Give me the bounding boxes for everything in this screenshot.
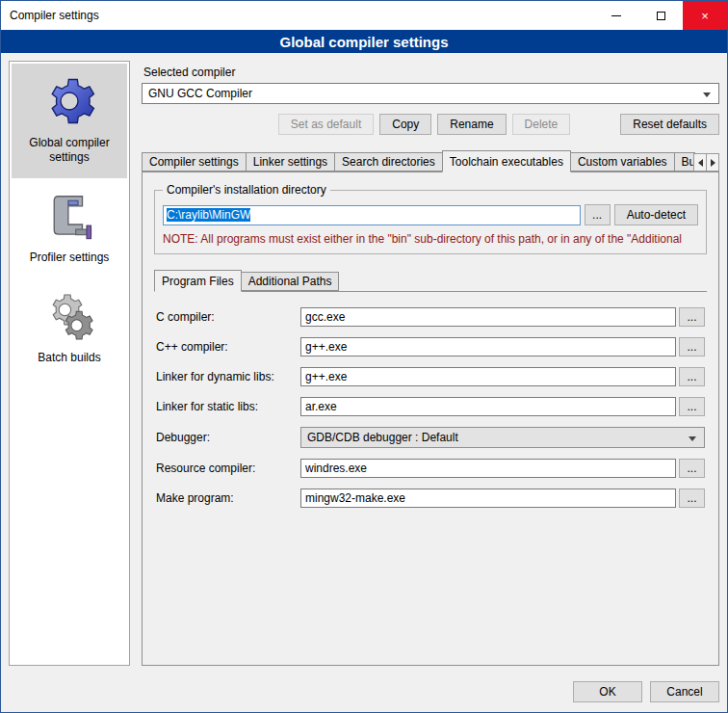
installation-directory-group: Compiler's installation directory C:\ray… [154, 190, 707, 254]
tab-search-directories[interactable]: Search directories [334, 152, 443, 172]
program-files-tabbar: Program Files Additional Paths [154, 270, 707, 291]
c-compiler-label: C compiler: [156, 310, 300, 324]
dynamic-linker-browse-button[interactable]: ... [679, 367, 705, 386]
tab-linker-settings[interactable]: Linker settings [246, 152, 335, 172]
tab-additional-paths[interactable]: Additional Paths [241, 272, 340, 291]
installation-directory-input[interactable]: C:\raylib\MinGW [163, 205, 581, 225]
settings-tabbar: Compiler settings Linker settings Search… [142, 150, 719, 172]
static-linker-label: Linker for static libs: [156, 400, 300, 413]
sidebar-item-batch-builds[interactable]: Batch builds [12, 278, 127, 379]
c-compiler-row: C compiler: ... [156, 307, 705, 327]
dynamic-linker-label: Linker for dynamic libs: [156, 370, 300, 383]
scroll-right-icon [711, 159, 715, 167]
blue-gear-icon [43, 75, 95, 127]
auto-detect-button[interactable]: Auto-detect [614, 204, 698, 225]
bin-subdirectory-note: NOTE: All programs must exist either in … [163, 232, 698, 246]
resource-compiler-browse-button[interactable]: ... [679, 459, 705, 478]
reset-defaults-button[interactable]: Reset defaults [620, 114, 719, 135]
compiler-actions: Set as default Copy Rename Delete Reset … [142, 114, 719, 135]
resource-compiler-input[interactable] [300, 459, 676, 478]
tab-scroll-buttons [694, 153, 719, 172]
tab-custom-variables[interactable]: Custom variables [570, 152, 675, 172]
installation-directory-group-title: Compiler's installation directory [163, 183, 330, 197]
debugger-label: Debugger: [156, 431, 300, 444]
maximize-button[interactable] [638, 1, 683, 30]
delete-button: Delete [512, 114, 571, 135]
copy-button[interactable]: Copy [379, 114, 431, 135]
cpp-compiler-row: C++ compiler: ... [156, 337, 705, 356]
ok-button[interactable]: OK [573, 681, 642, 702]
maximize-icon [657, 12, 665, 20]
resource-compiler-label: Resource compiler: [156, 462, 300, 475]
main-panel: Selected compiler GNU GCC Compiler Set a… [142, 61, 719, 666]
static-linker-input[interactable] [300, 397, 676, 416]
make-program-row: Make program: ... [156, 489, 705, 508]
debugger-select[interactable]: GDB/CDB debugger : Default [300, 427, 705, 448]
debugger-row: Debugger: GDB/CDB debugger : Default [156, 427, 705, 448]
sidebar-item-profiler-settings[interactable]: Profiler settings [12, 178, 127, 278]
make-program-input[interactable] [300, 489, 676, 508]
rename-button[interactable]: Rename [437, 114, 506, 135]
minimize-icon [611, 15, 621, 16]
selected-compiler-label: Selected compiler [143, 66, 719, 79]
window-controls: × [594, 1, 727, 30]
make-program-label: Make program: [156, 491, 300, 505]
sidebar-item-global-compiler-settings[interactable]: Global compiler settings [12, 64, 127, 178]
tab-scroll-left-button[interactable] [693, 153, 707, 172]
tab-scroll-right-button[interactable] [706, 153, 719, 172]
chevron-down-icon [703, 92, 711, 97]
dialog-body: Global compiler settings Profiler settin… [1, 53, 727, 673]
tab-build-options[interactable]: Build options [674, 152, 695, 172]
cpp-compiler-label: C++ compiler: [156, 340, 300, 354]
tab-program-files[interactable]: Program Files [154, 270, 242, 292]
dynamic-linker-row: Linker for dynamic libs: ... [156, 367, 705, 386]
titlebar: Compiler settings × [1, 1, 727, 30]
dialog-footer: OK Cancel [1, 673, 727, 712]
toolchain-executables-page: Compiler's installation directory C:\ray… [142, 172, 719, 666]
sidebar-item-label: Profiler settings [30, 251, 110, 265]
resource-compiler-row: Resource compiler: ... [156, 459, 705, 478]
debugger-select-value: GDB/CDB debugger : Default [307, 431, 458, 444]
make-program-browse-button[interactable]: ... [679, 489, 705, 508]
installation-directory-row: C:\raylib\MinGW ... Auto-detect [163, 204, 698, 225]
page-title: Global compiler settings [1, 30, 727, 53]
dynamic-linker-input[interactable] [300, 367, 676, 386]
close-icon: × [701, 9, 709, 23]
cpp-compiler-browse-button[interactable]: ... [679, 337, 705, 356]
c-compiler-browse-button[interactable]: ... [679, 307, 705, 327]
static-linker-row: Linker for static libs: ... [156, 397, 705, 416]
settings-category-sidebar: Global compiler settings Profiler settin… [9, 61, 130, 666]
sidebar-item-label: Global compiler settings [15, 136, 123, 165]
installation-directory-value: C:\raylib\MinGW [167, 208, 250, 222]
profiler-clamp-icon [43, 190, 95, 242]
sidebar-item-label: Batch builds [38, 351, 100, 365]
gray-gears-icon [43, 290, 95, 342]
tab-compiler-settings[interactable]: Compiler settings [142, 152, 247, 172]
compiler-settings-window: Compiler settings × Global compiler sett… [0, 0, 728, 713]
compiler-select[interactable]: GNU GCC Compiler [142, 83, 719, 104]
static-linker-browse-button[interactable]: ... [679, 397, 705, 416]
compiler-select-value: GNU GCC Compiler [148, 87, 252, 100]
minimize-button[interactable] [594, 1, 638, 30]
cancel-button[interactable]: Cancel [650, 681, 719, 702]
c-compiler-input[interactable] [300, 307, 676, 327]
chevron-down-icon [689, 436, 696, 441]
set-as-default-button: Set as default [278, 114, 374, 135]
close-button[interactable]: × [683, 1, 727, 30]
window-title: Compiler settings [10, 9, 99, 22]
tab-toolchain-executables[interactable]: Toolchain executables [442, 150, 571, 172]
scroll-left-icon [698, 159, 703, 167]
installation-directory-browse-button[interactable]: ... [585, 204, 611, 225]
program-files-page: C compiler: ... C++ compiler: ... Linker… [154, 291, 707, 518]
cpp-compiler-input[interactable] [300, 337, 676, 356]
